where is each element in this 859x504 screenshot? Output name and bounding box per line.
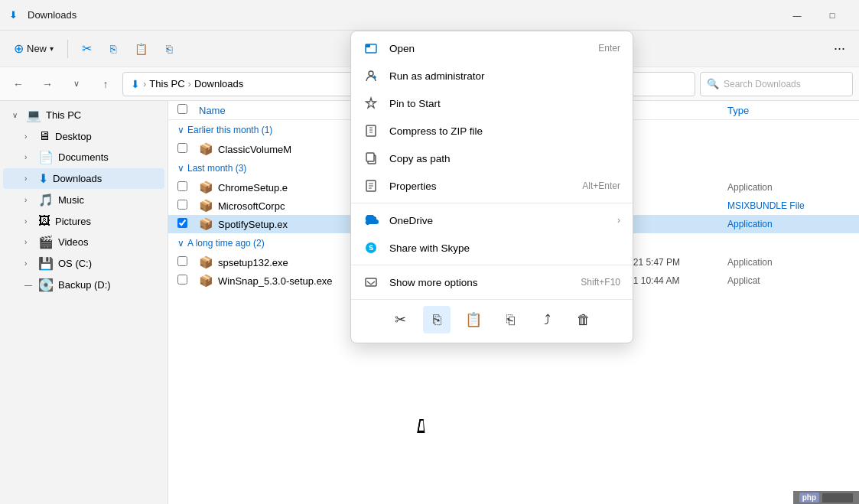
- type-spotify: Application: [727, 219, 850, 229]
- ctx-run-as-admin[interactable]: Run as administrator: [351, 62, 633, 89]
- ctx-properties[interactable]: Properties Alt+Enter: [351, 172, 633, 200]
- search-placeholder: Search Downloads: [724, 79, 801, 89]
- cut-toolbar-button[interactable]: ✂: [74, 37, 99, 60]
- sidebar-label-os-c: OS (C:): [58, 258, 158, 269]
- window-icon: ⬇: [9, 9, 21, 21]
- svg-rect-8: [366, 153, 374, 161]
- ctx-copypath-label: Copy as path: [389, 153, 620, 164]
- copy-icon: ⎘: [110, 43, 116, 55]
- ctx-bottom-bar: ✂ ⎘ 📋 ⎗ ⤴ 🗑: [351, 299, 633, 340]
- select-all-checkbox[interactable]: [177, 104, 187, 114]
- ctx-pin-to-start[interactable]: Pin to Start: [351, 89, 633, 117]
- ctx-onedrive[interactable]: OneDrive ›: [351, 206, 633, 234]
- type-winsnap: Applicat: [727, 275, 850, 286]
- new-label: New: [27, 43, 47, 54]
- check-chrome: [177, 181, 199, 193]
- expand-icon-pictures: ›: [24, 217, 34, 226]
- sidebar-item-pictures[interactable]: › 🖼 Pictures: [3, 211, 164, 231]
- maximize-button[interactable]: □: [815, 3, 850, 28]
- minimize-button[interactable]: —: [779, 3, 815, 28]
- ctx-copypath-icon: [363, 151, 379, 166]
- icon-classicvolume: 📦: [199, 142, 213, 156]
- sidebar-label-this-pc: This PC: [46, 109, 158, 121]
- icon-winsnap: 📦: [199, 274, 213, 288]
- ctx-open[interactable]: Open Enter: [351, 34, 633, 62]
- new-icon: ⊕: [14, 41, 24, 56]
- toolbar-overflow-button[interactable]: ···: [826, 36, 853, 61]
- sidebar-item-music[interactable]: › 🎵 Music: [3, 190, 164, 210]
- type-spsetup: Application: [727, 257, 850, 268]
- sidebar-label-downloads: Downloads: [53, 173, 158, 184]
- cut-icon: ✂: [82, 41, 92, 56]
- os-icon: 💾: [38, 256, 54, 271]
- breadcrumb-downloads[interactable]: Downloads: [194, 78, 243, 89]
- context-menu: Open Enter Run as administrator Pin to S…: [350, 31, 633, 343]
- type-chrome: Application: [727, 182, 850, 193]
- breadcrumb-sep-2: ›: [188, 78, 191, 89]
- ctx-pin-label: Pin to Start: [389, 98, 620, 109]
- search-icon: 🔍: [707, 78, 719, 89]
- ctx-properties-shortcut: Alt+Enter: [582, 180, 620, 191]
- php-badge: php: [793, 491, 859, 504]
- back-button[interactable]: ←: [6, 72, 31, 96]
- sidebar-item-documents[interactable]: › 📄 Documents: [3, 147, 164, 167]
- ctx-share-skype[interactable]: Share with Skype: [351, 234, 633, 262]
- ctx-show-more[interactable]: Show more options Shift+F10: [351, 268, 633, 296]
- check-microsoft: [177, 200, 199, 212]
- section-label-earlier: Earlier this month (1): [187, 125, 272, 135]
- header-type[interactable]: Type: [727, 105, 850, 116]
- ctx-runas-icon: [363, 68, 379, 83]
- ctx-more-shortcut: Shift+F10: [581, 277, 620, 288]
- breadcrumb-this-pc[interactable]: This PC: [149, 78, 184, 89]
- rename-toolbar-button[interactable]: ⎗: [158, 38, 180, 60]
- ctx-delete-button[interactable]: 🗑: [570, 306, 597, 333]
- expand-icon-documents: ›: [24, 153, 34, 161]
- sidebar-item-downloads[interactable]: › ⬇ Downloads: [3, 168, 164, 189]
- section-label-last-month: Last month (3): [187, 163, 246, 174]
- desktop-icon: 🖥: [38, 129, 50, 143]
- section-expand-icon-long: ∨: [177, 238, 184, 249]
- ctx-compress-zip[interactable]: Compress to ZIP file: [351, 117, 633, 145]
- new-button[interactable]: ⊕ New ▾: [6, 37, 61, 60]
- paste-icon: 📋: [135, 43, 148, 55]
- sidebar-item-os-c[interactable]: › 💾 OS (C:): [3, 253, 164, 274]
- toolbar-separator-1: [67, 40, 68, 58]
- recent-locations-button[interactable]: ∨: [64, 72, 89, 96]
- ctx-share-button[interactable]: ⤴: [533, 306, 561, 333]
- ctx-more-label: Show more options: [389, 277, 570, 288]
- breadcrumb-icon: ⬇: [131, 78, 140, 90]
- videos-icon: 🎬: [38, 235, 54, 249]
- ctx-copy-as-path[interactable]: Copy as path: [351, 145, 633, 172]
- ctx-cut-button[interactable]: ✂: [386, 306, 414, 333]
- rename-icon: ⎗: [166, 43, 172, 55]
- expand-icon-downloads: ›: [24, 174, 34, 183]
- forward-button[interactable]: →: [35, 72, 60, 96]
- search-box[interactable]: 🔍 Search Downloads: [700, 72, 853, 96]
- ctx-rename-button[interactable]: ⎗: [496, 306, 524, 333]
- ctx-skype-label: Share with Skype: [389, 242, 620, 254]
- ctx-paste-button[interactable]: 📋: [460, 306, 487, 333]
- title-bar: ⬇ Downloads — □: [0, 0, 859, 31]
- up-button[interactable]: ↑: [93, 72, 118, 96]
- paste-toolbar-button[interactable]: 📋: [127, 38, 155, 60]
- music-icon: 🎵: [38, 193, 54, 207]
- ctx-open-shortcut: Enter: [598, 43, 620, 54]
- sidebar-item-videos[interactable]: › 🎬 Videos: [3, 232, 164, 252]
- sidebar-item-backup-d[interactable]: — 💽 Backup (D:): [3, 275, 164, 295]
- pictures-icon: 🖼: [38, 214, 50, 228]
- icon-spotify: 📦: [199, 217, 213, 231]
- header-check: [177, 104, 199, 116]
- sidebar-label-videos: Videos: [58, 236, 158, 248]
- section-label-long-ago: A long time ago (2): [187, 238, 265, 249]
- sidebar-item-this-pc[interactable]: ∨ 💻 This PC: [3, 105, 164, 125]
- expand-icon-desktop: ›: [24, 132, 34, 141]
- copy-toolbar-button[interactable]: ⎘: [102, 38, 124, 60]
- ctx-copy-button[interactable]: ⎘: [423, 306, 451, 333]
- ctx-properties-icon: [363, 178, 379, 193]
- ctx-more-icon: [363, 275, 379, 290]
- expand-icon-videos: ›: [24, 238, 34, 246]
- svg-rect-1: [366, 44, 370, 47]
- sidebar: ∨ 💻 This PC › 🖥 Desktop › 📄 Documents › …: [0, 101, 168, 504]
- sidebar-item-desktop[interactable]: › 🖥 Desktop: [3, 126, 164, 146]
- ctx-divider-1: [351, 203, 633, 203]
